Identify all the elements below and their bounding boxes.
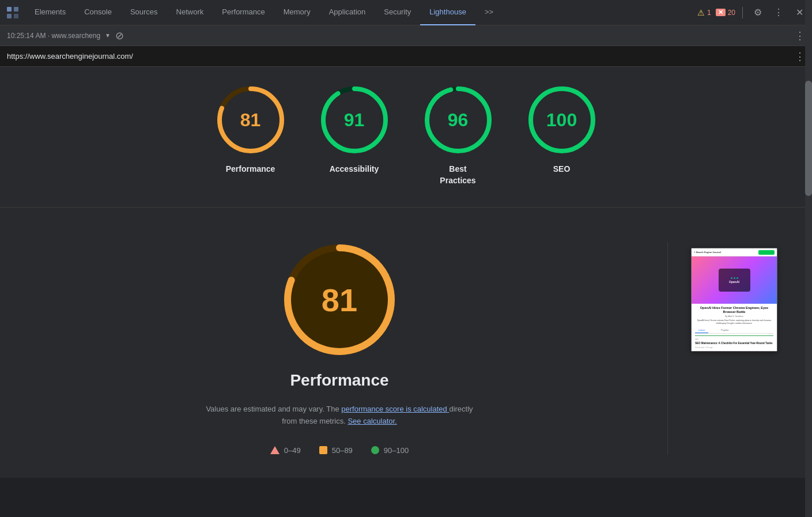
address-url: https://www.searchenginejournal.com/: [7, 52, 133, 61]
right-panel: ≡ Search Engine Journal OpenAI OpenAI Hi…: [691, 242, 777, 455]
svg-rect-2: [14, 7, 18, 12]
error-count: 20: [728, 9, 735, 17]
screenshot-tab-popular: Popular: [717, 327, 732, 333]
score-circle-seo: 100: [527, 85, 596, 154]
svg-rect-0: [5, 5, 21, 21]
error-badge[interactable]: ✕ 20: [716, 9, 735, 17]
legend-item-low: 0–49: [270, 446, 301, 455]
calculator-link[interactable]: See calculator.: [348, 417, 396, 425]
tab-console-label: Console: [84, 7, 112, 16]
url-bar-more-icon[interactable]: ⋮: [795, 29, 805, 42]
tab-elements-label: Elements: [35, 7, 66, 16]
tab-lighthouse-label: Lighthouse: [429, 7, 466, 16]
score-circle-performance: 81: [216, 85, 285, 154]
screenshot-site-name: ≡ Search Engine Journal: [694, 251, 721, 254]
tab-elements[interactable]: Elements: [25, 0, 75, 25]
screenshot-subscribe-btn: [758, 250, 775, 255]
tab-more[interactable]: >>: [475, 0, 503, 25]
description-text-1: Values are estimated and may vary. The: [206, 405, 339, 413]
score-best-practices[interactable]: 96 BestPractices: [424, 85, 493, 186]
score-seo[interactable]: 100 SEO: [527, 85, 596, 186]
openai-dot-3: [737, 277, 738, 279]
warning-count: 1: [707, 9, 711, 17]
legend: 0–49 50–89 90–100: [270, 446, 409, 455]
more-options-button[interactable]: ⋮: [771, 5, 787, 21]
toolbar-divider: [742, 7, 743, 18]
tab-console[interactable]: Console: [75, 0, 121, 25]
scrollbar[interactable]: [805, 0, 812, 517]
error-icon: ✕: [716, 9, 726, 16]
timestamp: 10:25:14 AM · www.searcheng: [7, 32, 100, 40]
score-label-performance: Performance: [226, 164, 275, 175]
warning-badge[interactable]: ⚠ 1: [697, 8, 711, 17]
scores-section: 81 Performance 91 Accessibility 96 BestP…: [0, 67, 812, 207]
openai-dot-1: [731, 277, 732, 279]
screenshot-openai-box: OpenAI: [719, 269, 750, 292]
legend-square-icon: [319, 446, 327, 454]
legend-item-mid: 50–89: [319, 446, 353, 455]
address-bar-more-icon[interactable]: ⋮: [795, 50, 805, 63]
tab-sources[interactable]: Sources: [121, 0, 167, 25]
screenshot-headline: OpenAI Hires Former Chrome Engineer, Eye…: [695, 306, 773, 314]
tab-performance[interactable]: Performance: [213, 0, 274, 25]
screenshot-hero: OpenAI: [692, 256, 777, 304]
score-circle-accessibility: 91: [320, 85, 389, 154]
screenshot-navbar: ≡ Search Engine Journal: [692, 248, 777, 256]
tab-bar: Elements Console Sources Network Perform…: [0, 0, 812, 25]
score-value-accessibility: 91: [344, 110, 365, 131]
tab-bar-left: Elements Console Sources Network Perform…: [5, 0, 697, 25]
link2-text: See calculator.: [348, 417, 396, 425]
tab-memory-label: Memory: [284, 7, 311, 16]
tab-security-label: Security: [384, 7, 411, 16]
legend-triangle-icon: [270, 446, 280, 454]
tab-security[interactable]: Security: [375, 0, 420, 25]
screenshot-article-title: SEO Maintenance: A Checklist For Essenti…: [695, 342, 773, 345]
legend-range-high: 90–100: [384, 446, 409, 455]
score-circle-best-practices: 96: [424, 85, 493, 154]
screenshot-body: OpenAI hires Chrome veteran Eam Fisher, …: [695, 319, 773, 325]
svg-rect-1: [7, 7, 12, 12]
performance-description: Values are estimated and may vary. The p…: [201, 403, 478, 428]
tab-bar-right: ⚠ 1 ✕ 20 ⚙ ⋮ ✕: [697, 5, 807, 21]
tab-network[interactable]: Network: [167, 0, 213, 25]
tab-memory[interactable]: Memory: [274, 0, 320, 25]
screenshot-openai-label: OpenAI: [729, 280, 739, 284]
url-bar: 10:25:14 AM · www.searcheng ▼ ⊘ ⋮: [0, 25, 812, 46]
dropdown-arrow-icon[interactable]: ▼: [105, 32, 111, 39]
score-label-seo: SEO: [553, 164, 571, 175]
large-score-circle: 81: [282, 242, 397, 357]
score-value-seo: 100: [546, 110, 577, 131]
large-score-value: 81: [322, 281, 357, 319]
legend-range-mid: 50–89: [332, 446, 353, 455]
legend-item-high: 90–100: [371, 446, 409, 455]
scrollbar-thumb[interactable]: [805, 81, 812, 196]
tab-application[interactable]: Application: [320, 0, 375, 25]
openai-dot-2: [734, 277, 735, 279]
screenshot-tab-latest: Latest: [695, 327, 708, 333]
main-content: 81 Performance Values are estimated and …: [0, 207, 812, 478]
tab-network-label: Network: [176, 7, 204, 16]
address-bar: https://www.searchenginejournal.com/ ⋮: [0, 46, 812, 67]
svg-rect-3: [7, 14, 12, 18]
score-accessibility[interactable]: 91 Accessibility: [320, 85, 389, 186]
performance-title: Performance: [290, 371, 388, 390]
score-label-best-practices: BestPractices: [440, 164, 475, 186]
score-performance[interactable]: 81 Performance: [216, 85, 285, 186]
tab-application-label: Application: [329, 7, 366, 16]
tab-lighthouse[interactable]: Lighthouse: [420, 0, 475, 25]
screenshot-openai-logo-row: [731, 277, 738, 279]
tab-performance-label: Performance: [222, 7, 265, 16]
no-throttle-icon[interactable]: ⊘: [115, 29, 124, 42]
link1-text: performance score is calculated: [341, 405, 447, 413]
website-screenshot: ≡ Search Engine Journal OpenAI OpenAI Hi…: [691, 248, 777, 352]
score-value-performance: 81: [240, 110, 261, 131]
svg-rect-4: [14, 14, 18, 18]
score-value-best-practices: 96: [448, 110, 469, 131]
warning-triangle-icon: ⚠: [697, 8, 705, 17]
score-label-accessibility: Accessibility: [330, 164, 379, 175]
screenshot-content: OpenAI Hires Former Chrome Engineer, Eye…: [692, 304, 777, 351]
settings-button[interactable]: ⚙: [750, 5, 766, 21]
screenshot-tabs: Latest Popular: [695, 327, 773, 334]
performance-score-link[interactable]: performance score is calculated: [341, 405, 449, 413]
tab-sources-label: Sources: [130, 7, 158, 16]
